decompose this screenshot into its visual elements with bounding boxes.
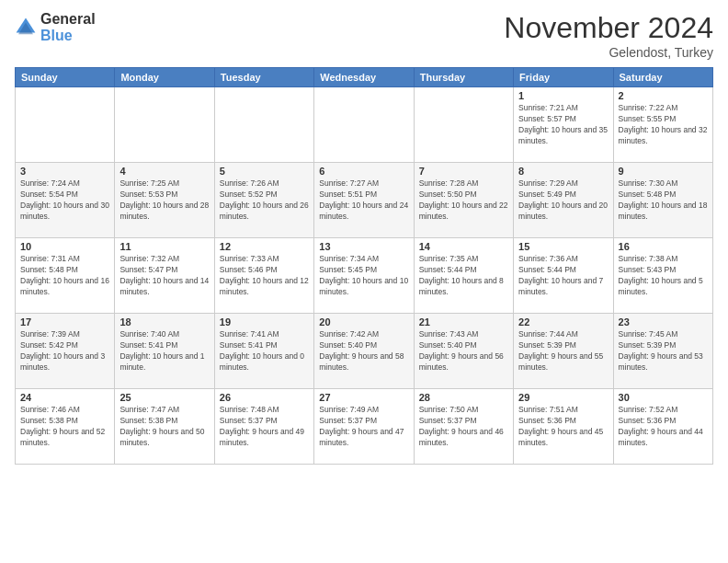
day-info: Sunrise: 7:42 AM Sunset: 5:40 PM Dayligh… <box>319 329 408 373</box>
calendar-cell: 22Sunrise: 7:44 AM Sunset: 5:39 PM Dayli… <box>514 314 613 389</box>
calendar-cell: 1Sunrise: 7:21 AM Sunset: 5:57 PM Daylig… <box>514 87 613 163</box>
calendar-cell: 26Sunrise: 7:48 AM Sunset: 5:37 PM Dayli… <box>214 389 313 465</box>
calendar-cell: 21Sunrise: 7:43 AM Sunset: 5:40 PM Dayli… <box>414 314 513 389</box>
calendar-cell: 7Sunrise: 7:28 AM Sunset: 5:50 PM Daylig… <box>414 163 513 238</box>
day-info: Sunrise: 7:24 AM Sunset: 5:54 PM Dayligh… <box>20 178 109 223</box>
calendar-week-row: 1Sunrise: 7:21 AM Sunset: 5:57 PM Daylig… <box>16 87 713 163</box>
logo-icon <box>15 17 37 39</box>
calendar-cell: 20Sunrise: 7:42 AM Sunset: 5:40 PM Dayli… <box>314 314 414 389</box>
calendar-cell: 25Sunrise: 7:47 AM Sunset: 5:38 PM Dayli… <box>115 389 214 465</box>
calendar-cell: 4Sunrise: 7:25 AM Sunset: 5:53 PM Daylig… <box>115 163 214 238</box>
day-info: Sunrise: 7:52 AM Sunset: 5:36 PM Dayligh… <box>619 405 708 449</box>
calendar-cell: 2Sunrise: 7:22 AM Sunset: 5:55 PM Daylig… <box>613 87 712 163</box>
day-number: 6 <box>319 166 408 177</box>
calendar-cell: 23Sunrise: 7:45 AM Sunset: 5:39 PM Dayli… <box>613 314 712 389</box>
day-number: 9 <box>619 166 708 177</box>
day-info: Sunrise: 7:41 AM Sunset: 5:41 PM Dayligh… <box>220 329 309 373</box>
day-number: 26 <box>220 392 309 403</box>
title-area: November 2024 Gelendost, Turkey <box>504 11 713 60</box>
day-number: 29 <box>518 392 608 403</box>
day-number: 11 <box>119 241 209 252</box>
calendar-week-row: 17Sunrise: 7:39 AM Sunset: 5:42 PM Dayli… <box>16 314 713 389</box>
day-number: 5 <box>220 166 309 177</box>
calendar-cell <box>314 87 414 163</box>
day-number: 13 <box>319 241 408 252</box>
day-number: 22 <box>518 316 608 327</box>
day-info: Sunrise: 7:47 AM Sunset: 5:38 PM Dayligh… <box>119 405 209 449</box>
day-number: 18 <box>119 316 209 327</box>
calendar-cell: 18Sunrise: 7:40 AM Sunset: 5:41 PM Dayli… <box>115 314 214 389</box>
day-number: 10 <box>20 241 109 252</box>
day-info: Sunrise: 7:26 AM Sunset: 5:52 PM Dayligh… <box>220 178 309 223</box>
calendar-cell: 16Sunrise: 7:38 AM Sunset: 5:43 PM Dayli… <box>613 238 712 314</box>
calendar-cell: 27Sunrise: 7:49 AM Sunset: 5:37 PM Dayli… <box>314 389 414 465</box>
calendar-body: 1Sunrise: 7:21 AM Sunset: 5:57 PM Daylig… <box>16 87 713 465</box>
weekday-header-row: SundayMondayTuesdayWednesdayThursdayFrid… <box>16 68 713 87</box>
calendar-cell: 19Sunrise: 7:41 AM Sunset: 5:41 PM Dayli… <box>214 314 313 389</box>
weekday-header-tuesday: Tuesday <box>214 68 313 87</box>
day-info: Sunrise: 7:40 AM Sunset: 5:41 PM Dayligh… <box>119 329 209 373</box>
day-info: Sunrise: 7:49 AM Sunset: 5:37 PM Dayligh… <box>319 405 408 449</box>
day-info: Sunrise: 7:28 AM Sunset: 5:50 PM Dayligh… <box>419 178 508 223</box>
day-info: Sunrise: 7:51 AM Sunset: 5:36 PM Dayligh… <box>518 405 608 449</box>
day-number: 2 <box>619 90 708 101</box>
day-info: Sunrise: 7:48 AM Sunset: 5:37 PM Dayligh… <box>220 405 309 449</box>
calendar-cell: 3Sunrise: 7:24 AM Sunset: 5:54 PM Daylig… <box>16 163 115 238</box>
day-info: Sunrise: 7:44 AM Sunset: 5:39 PM Dayligh… <box>518 329 608 373</box>
calendar-cell: 30Sunrise: 7:52 AM Sunset: 5:36 PM Dayli… <box>613 389 712 465</box>
day-number: 20 <box>319 316 408 327</box>
day-info: Sunrise: 7:29 AM Sunset: 5:49 PM Dayligh… <box>518 178 608 223</box>
day-number: 15 <box>518 241 608 252</box>
calendar-header: SundayMondayTuesdayWednesdayThursdayFrid… <box>16 68 713 87</box>
calendar-cell: 11Sunrise: 7:32 AM Sunset: 5:47 PM Dayli… <box>115 238 214 314</box>
calendar-cell: 5Sunrise: 7:26 AM Sunset: 5:52 PM Daylig… <box>214 163 313 238</box>
day-info: Sunrise: 7:32 AM Sunset: 5:47 PM Dayligh… <box>119 254 209 298</box>
location-subtitle: Gelendost, Turkey <box>504 45 713 60</box>
day-info: Sunrise: 7:45 AM Sunset: 5:39 PM Dayligh… <box>619 329 708 373</box>
weekday-header-monday: Monday <box>115 68 214 87</box>
calendar-cell: 12Sunrise: 7:33 AM Sunset: 5:46 PM Dayli… <box>214 238 313 314</box>
weekday-header-saturday: Saturday <box>613 68 712 87</box>
header: General Blue November 2024 Gelendost, Tu… <box>15 11 713 60</box>
calendar-cell: 8Sunrise: 7:29 AM Sunset: 5:49 PM Daylig… <box>514 163 613 238</box>
day-info: Sunrise: 7:36 AM Sunset: 5:44 PM Dayligh… <box>518 254 608 298</box>
weekday-header-sunday: Sunday <box>16 68 115 87</box>
day-info: Sunrise: 7:35 AM Sunset: 5:44 PM Dayligh… <box>419 254 508 298</box>
calendar-cell <box>115 87 214 163</box>
day-info: Sunrise: 7:38 AM Sunset: 5:43 PM Dayligh… <box>619 254 708 298</box>
day-info: Sunrise: 7:30 AM Sunset: 5:48 PM Dayligh… <box>619 178 708 223</box>
calendar-cell: 24Sunrise: 7:46 AM Sunset: 5:38 PM Dayli… <box>16 389 115 465</box>
calendar-cell: 17Sunrise: 7:39 AM Sunset: 5:42 PM Dayli… <box>16 314 115 389</box>
day-number: 21 <box>419 316 508 327</box>
calendar-cell: 13Sunrise: 7:34 AM Sunset: 5:45 PM Dayli… <box>314 238 414 314</box>
day-number: 8 <box>518 166 608 177</box>
day-info: Sunrise: 7:31 AM Sunset: 5:48 PM Dayligh… <box>20 254 109 298</box>
day-number: 16 <box>619 241 708 252</box>
day-number: 27 <box>319 392 408 403</box>
calendar-table: SundayMondayTuesdayWednesdayThursdayFrid… <box>15 67 713 465</box>
calendar-cell: 9Sunrise: 7:30 AM Sunset: 5:48 PM Daylig… <box>613 163 712 238</box>
day-number: 19 <box>220 316 309 327</box>
day-number: 3 <box>20 166 109 177</box>
day-info: Sunrise: 7:21 AM Sunset: 5:57 PM Dayligh… <box>518 103 608 147</box>
calendar-week-row: 3Sunrise: 7:24 AM Sunset: 5:54 PM Daylig… <box>16 163 713 238</box>
day-info: Sunrise: 7:46 AM Sunset: 5:38 PM Dayligh… <box>20 405 109 449</box>
day-number: 25 <box>119 392 209 403</box>
day-number: 12 <box>220 241 309 252</box>
day-number: 4 <box>119 166 209 177</box>
day-info: Sunrise: 7:39 AM Sunset: 5:42 PM Dayligh… <box>20 329 109 373</box>
calendar-page: General Blue November 2024 Gelendost, Tu… <box>0 0 728 563</box>
day-info: Sunrise: 7:33 AM Sunset: 5:46 PM Dayligh… <box>220 254 309 298</box>
day-number: 23 <box>619 316 708 327</box>
day-number: 28 <box>419 392 508 403</box>
calendar-week-row: 10Sunrise: 7:31 AM Sunset: 5:48 PM Dayli… <box>16 238 713 314</box>
weekday-header-friday: Friday <box>514 68 613 87</box>
day-number: 17 <box>20 316 109 327</box>
day-info: Sunrise: 7:34 AM Sunset: 5:45 PM Dayligh… <box>319 254 408 298</box>
calendar-cell: 6Sunrise: 7:27 AM Sunset: 5:51 PM Daylig… <box>314 163 414 238</box>
calendar-cell <box>214 87 313 163</box>
calendar-cell: 10Sunrise: 7:31 AM Sunset: 5:48 PM Dayli… <box>16 238 115 314</box>
day-info: Sunrise: 7:22 AM Sunset: 5:55 PM Dayligh… <box>619 103 708 147</box>
calendar-cell <box>414 87 513 163</box>
day-number: 14 <box>419 241 508 252</box>
